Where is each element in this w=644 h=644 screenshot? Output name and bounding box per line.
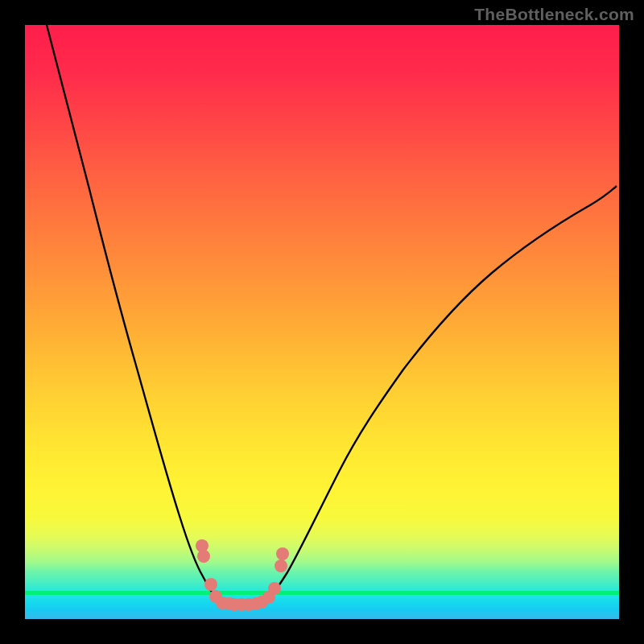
dot: [204, 578, 217, 591]
curve-left: [47, 25, 218, 601]
dot: [197, 550, 210, 563]
curve-right: [266, 186, 617, 601]
dot: [268, 582, 281, 595]
plot-area: [25, 25, 619, 619]
dot: [276, 547, 289, 560]
chart-stage: TheBottleneck.com: [0, 0, 644, 644]
scatter-dots: [196, 539, 289, 611]
watermark-text: TheBottleneck.com: [474, 5, 634, 24]
dot: [275, 559, 287, 572]
curves-layer: [25, 25, 619, 619]
